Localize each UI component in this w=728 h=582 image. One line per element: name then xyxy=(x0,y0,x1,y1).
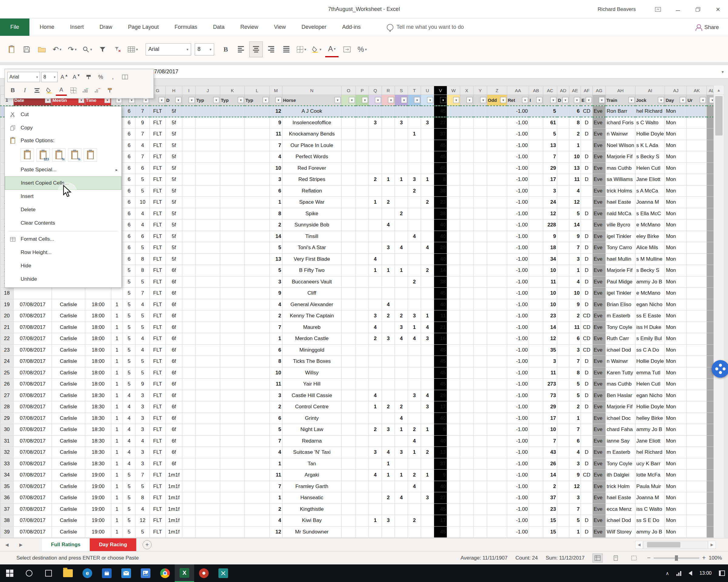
cell[interactable] xyxy=(529,117,543,129)
cell[interactable]: Mon xyxy=(665,231,687,242)
cell[interactable]: Red Forever xyxy=(282,163,342,174)
cell[interactable] xyxy=(245,526,270,538)
cell[interactable]: 7 xyxy=(136,288,150,299)
cell[interactable] xyxy=(557,435,569,447)
cell[interactable] xyxy=(369,288,382,299)
cell[interactable] xyxy=(447,117,460,129)
cell[interactable]: 07/08/2017 xyxy=(14,481,52,492)
row-header-39[interactable]: 39 xyxy=(0,526,14,538)
cell[interactable]: 4 xyxy=(123,401,136,413)
cell[interactable] xyxy=(196,356,220,367)
cell[interactable] xyxy=(447,470,460,481)
cell[interactable]: Carlisle xyxy=(52,435,85,447)
cell[interactable] xyxy=(342,310,356,322)
cell[interactable]: 19:00 xyxy=(85,503,111,515)
cell[interactable] xyxy=(196,265,220,276)
cell[interactable]: 3 xyxy=(136,390,150,401)
cell[interactable]: -1.00 xyxy=(507,231,529,242)
cell[interactable]: 3 xyxy=(569,253,581,265)
cell[interactable]: s Emily Bul xyxy=(635,333,665,345)
cell[interactable]: Jane Eliott xyxy=(635,435,665,447)
cell[interactable]: 3 xyxy=(395,322,408,333)
cell[interactable]: FLT xyxy=(150,390,165,401)
cell[interactable] xyxy=(487,379,507,390)
cell[interactable] xyxy=(382,231,395,242)
cell[interactable] xyxy=(529,276,543,288)
cell[interactable] xyxy=(687,435,707,447)
cell[interactable]: D xyxy=(581,129,593,140)
cell[interactable]: 2 xyxy=(421,265,434,276)
cell[interactable] xyxy=(196,151,220,163)
cell[interactable] xyxy=(421,367,434,379)
cell[interactable]: -1.00 xyxy=(507,492,529,504)
cell[interactable]: 24 xyxy=(543,197,557,208)
cell[interactable]: -1.00 xyxy=(507,413,529,424)
cell[interactable] xyxy=(408,288,421,299)
cell[interactable]: Eve xyxy=(593,379,606,390)
cell[interactable]: D xyxy=(581,163,593,174)
mini-fill-color-button[interactable] xyxy=(44,85,55,96)
cell[interactable] xyxy=(356,333,369,345)
cell[interactable]: FLT xyxy=(150,379,165,390)
cell[interactable]: 1 xyxy=(111,492,123,504)
mini-font-color-button[interactable]: A xyxy=(56,85,67,96)
cell[interactable] xyxy=(408,458,421,470)
cell[interactable] xyxy=(473,390,487,401)
justify-button[interactable] xyxy=(280,41,293,57)
menu-item-unhide[interactable]: Unhide xyxy=(5,273,121,286)
row-header-20[interactable]: 20 xyxy=(0,310,14,322)
cell[interactable] xyxy=(382,344,395,356)
cell[interactable] xyxy=(421,344,434,356)
cell[interactable] xyxy=(447,401,460,413)
cell[interactable]: 5 xyxy=(123,503,136,515)
cell[interactable] xyxy=(382,106,395,117)
cell[interactable]: 1 xyxy=(421,310,434,322)
cell[interactable] xyxy=(382,117,395,129)
cell[interactable] xyxy=(473,140,487,151)
cell[interactable]: 5 xyxy=(123,356,136,367)
cell[interactable]: Mon xyxy=(665,151,687,163)
filter-cell-N[interactable]: Horse▾ xyxy=(282,95,342,106)
cell[interactable]: helley Birke xyxy=(635,413,665,424)
cell[interactable]: 2 xyxy=(382,401,395,413)
cell[interactable] xyxy=(245,322,270,333)
cell[interactable] xyxy=(245,310,270,322)
percent-style-button[interactable]: % xyxy=(95,72,106,82)
cell[interactable]: FLT xyxy=(150,492,165,504)
cell[interactable]: Mon xyxy=(665,208,687,219)
cell[interactable]: 1 xyxy=(382,470,395,481)
cell[interactable] xyxy=(473,470,487,481)
cell[interactable] xyxy=(687,424,707,436)
cell[interactable]: 1 xyxy=(111,356,123,367)
cell[interactable] xyxy=(460,276,473,288)
cell[interactable] xyxy=(529,219,543,231)
cell[interactable] xyxy=(460,492,473,504)
filter-arrow-icon[interactable]: ▾ xyxy=(522,97,528,103)
cell[interactable] xyxy=(342,503,356,515)
cell[interactable] xyxy=(421,219,434,231)
cell[interactable]: 29 xyxy=(434,242,447,254)
cell[interactable]: hael Easte xyxy=(606,197,635,208)
cell[interactable]: Eve xyxy=(593,356,606,367)
cell[interactable] xyxy=(342,401,356,413)
cell[interactable] xyxy=(196,413,220,424)
taskbar-icon-file-explorer[interactable] xyxy=(58,564,78,582)
cell[interactable] xyxy=(557,208,569,219)
cell[interactable]: 5 xyxy=(123,379,136,390)
cell[interactable]: Argaki xyxy=(282,470,342,481)
taskbar-icon-recorder[interactable] xyxy=(194,564,213,582)
cell[interactable]: 1 xyxy=(369,515,382,527)
filter-arrow-icon[interactable]: ▾ xyxy=(175,97,181,103)
cell[interactable] xyxy=(447,424,460,436)
row-header-33[interactable]: 33 xyxy=(0,458,14,470)
cell[interactable]: D xyxy=(581,367,593,379)
align-center-button[interactable] xyxy=(249,41,263,57)
cell[interactable] xyxy=(356,401,369,413)
cell[interactable]: e McMano xyxy=(635,288,665,299)
cell[interactable]: 3 xyxy=(569,458,581,470)
cell[interactable]: 6 xyxy=(123,219,136,231)
cell[interactable]: Carlisle xyxy=(52,503,85,515)
increase-decimal-button[interactable] xyxy=(80,85,91,96)
cell[interactable]: 4 xyxy=(270,447,282,458)
cell[interactable] xyxy=(382,503,395,515)
